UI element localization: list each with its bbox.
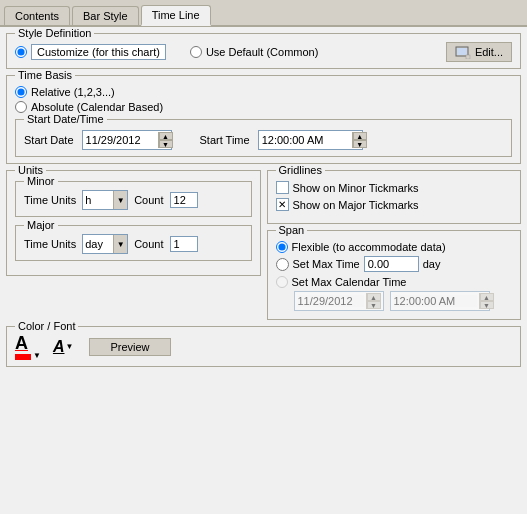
set-max-time-label: Set Max Time xyxy=(293,258,360,270)
set-max-calendar-row: Set Max Calendar Time xyxy=(276,276,513,288)
set-max-time-radio[interactable] xyxy=(276,258,289,271)
major-tickmarks-checkbox[interactable]: ✕ xyxy=(276,198,289,211)
font-italic-button[interactable]: A ▼ xyxy=(53,338,73,356)
minor-tickmarks-row: Show on Minor Tickmarks xyxy=(276,181,513,194)
absolute-label: Absolute (Calendar Based) xyxy=(31,101,163,113)
calendar-date-up: ▲ xyxy=(367,293,381,301)
calendar-datetime-row: ▲ ▼ ▲ ▼ xyxy=(294,291,513,311)
minor-tickmarks-label: Show on Minor Tickmarks xyxy=(293,182,419,194)
customize-radio[interactable] xyxy=(15,46,27,58)
start-datetime-panel: Start Date/Time Start Date ▲ ▼ Start Tim… xyxy=(15,119,512,157)
gridlines-content: Show on Minor Tickmarks ✕ Show on Major … xyxy=(268,171,521,223)
calendar-date-input[interactable] xyxy=(298,295,364,307)
start-date-input[interactable] xyxy=(86,134,156,146)
customize-label-box: Customize (for this chart) xyxy=(31,44,166,60)
start-date-label: Start Date xyxy=(24,134,74,146)
customize-label: Customize (for this chart) xyxy=(37,46,160,58)
font-color-button[interactable]: A ▼ xyxy=(15,333,41,360)
calendar-time-input-box: ▲ ▼ xyxy=(390,291,490,311)
major-row: Time Units day h week ▼ Count xyxy=(16,226,251,260)
right-column: Gridlines Show on Minor Tickmarks ✕ Show… xyxy=(267,170,522,320)
start-datetime-content: Start Date ▲ ▼ Start Time xyxy=(16,120,511,156)
calendar-time-input[interactable] xyxy=(394,295,477,307)
time-basis-title: Time Basis xyxy=(15,69,75,81)
main-content: Style Definition Customize (for this cha… xyxy=(0,27,527,373)
absolute-radio-row: Absolute (Calendar Based) xyxy=(15,101,512,113)
set-max-time-input-box xyxy=(364,256,419,272)
font-a-display: A xyxy=(15,333,31,360)
start-time-up[interactable]: ▲ xyxy=(353,132,367,140)
major-count-input-box xyxy=(170,236,198,252)
gridlines-title: Gridlines xyxy=(276,164,325,176)
italic-dropdown-arrow[interactable]: ▼ xyxy=(65,342,73,351)
flexible-label: Flexible (to accommodate data) xyxy=(292,241,446,253)
units-column: Units Minor Time Units h min day xyxy=(6,170,261,320)
svg-rect-1 xyxy=(457,48,467,55)
gridlines-panel: Gridlines Show on Minor Tickmarks ✕ Show… xyxy=(267,170,522,224)
set-max-calendar-label: Set Max Calendar Time xyxy=(292,276,407,288)
minor-time-units-label: Time Units xyxy=(24,194,76,206)
relative-radio[interactable] xyxy=(15,86,27,98)
letter-a: A xyxy=(15,333,28,353)
edit-label: Edit... xyxy=(475,46,503,58)
time-basis-panel: Time Basis Relative (1,2,3...) Absolute … xyxy=(6,75,521,164)
major-tickmarks-label: Show on Major Tickmarks xyxy=(293,199,419,211)
use-default-radio[interactable] xyxy=(190,46,202,58)
minor-count-input[interactable] xyxy=(174,194,196,206)
relative-radio-row: Relative (1,2,3...) xyxy=(15,86,512,98)
units-content: Minor Time Units h min day ▼ xyxy=(7,171,260,275)
major-time-units-select[interactable]: day h week xyxy=(83,237,113,251)
preview-button[interactable]: Preview xyxy=(89,338,170,356)
tab-bar-style[interactable]: Bar Style xyxy=(72,6,139,25)
time-basis-content: Relative (1,2,3...) Absolute (Calendar B… xyxy=(7,76,520,163)
minor-title: Minor xyxy=(24,175,58,187)
start-time-spinner: ▲ ▼ xyxy=(352,132,367,148)
edit-icon xyxy=(455,45,471,59)
minor-count-label: Count xyxy=(134,194,163,206)
major-count-label: Count xyxy=(134,238,163,250)
minor-count-input-box xyxy=(170,192,198,208)
calendar-time-spinner: ▲ ▼ xyxy=(479,293,494,309)
edit-button[interactable]: Edit... xyxy=(446,42,512,62)
color-font-title: Color / Font xyxy=(15,320,78,332)
start-time-label: Start Time xyxy=(200,134,250,146)
minor-tickmarks-checkbox[interactable] xyxy=(276,181,289,194)
span-content: Flexible (to accommodate data) Set Max T… xyxy=(268,231,521,319)
color-dropdown-arrow[interactable]: ▼ xyxy=(33,351,41,360)
italic-a: A xyxy=(53,338,65,356)
svg-rect-2 xyxy=(466,55,470,59)
start-datetime-title: Start Date/Time xyxy=(24,113,107,125)
minor-select-arrow[interactable]: ▼ xyxy=(113,191,127,209)
absolute-radio[interactable] xyxy=(15,101,27,113)
flexible-radio[interactable] xyxy=(276,241,288,253)
major-time-units-select-wrapper: day h week ▼ xyxy=(82,234,128,254)
two-col-layout: Units Minor Time Units h min day xyxy=(6,170,521,320)
set-max-calendar-radio[interactable] xyxy=(276,276,288,288)
style-definition-panel: Style Definition Customize (for this cha… xyxy=(6,33,521,69)
calendar-time-down: ▼ xyxy=(480,301,494,309)
set-max-time-row: Set Max Time day xyxy=(276,256,513,272)
minor-time-units-select-wrapper: h min day ▼ xyxy=(82,190,128,210)
start-date-down[interactable]: ▼ xyxy=(159,140,173,148)
tabs-bar: Contents Bar Style Time Line xyxy=(0,0,527,27)
start-date-up[interactable]: ▲ xyxy=(159,132,173,140)
set-max-time-unit: day xyxy=(423,258,441,270)
tab-contents[interactable]: Contents xyxy=(4,6,70,25)
span-title: Span xyxy=(276,224,308,236)
color-font-content: A ▼ A ▼ Preview xyxy=(7,327,520,366)
set-max-time-input[interactable] xyxy=(368,258,414,270)
tab-time-line[interactable]: Time Line xyxy=(141,5,211,26)
use-default-label: Use Default (Common) xyxy=(206,46,318,58)
major-time-units-label: Time Units xyxy=(24,238,76,250)
start-time-input[interactable] xyxy=(262,134,350,146)
major-select-arrow[interactable]: ▼ xyxy=(113,235,127,253)
major-count-input[interactable] xyxy=(174,238,196,250)
units-panel: Units Minor Time Units h min day xyxy=(6,170,261,276)
color-font-panel: Color / Font A ▼ A ▼ Preview xyxy=(6,326,521,367)
start-time-input-box: ▲ ▼ xyxy=(258,130,363,150)
minor-time-units-select[interactable]: h min day xyxy=(83,193,113,207)
calendar-date-down: ▼ xyxy=(367,301,381,309)
start-time-down[interactable]: ▼ xyxy=(353,140,367,148)
major-panel: Major Time Units day h week ▼ xyxy=(15,225,252,261)
customize-radio-row: Customize (for this chart) xyxy=(15,44,166,60)
